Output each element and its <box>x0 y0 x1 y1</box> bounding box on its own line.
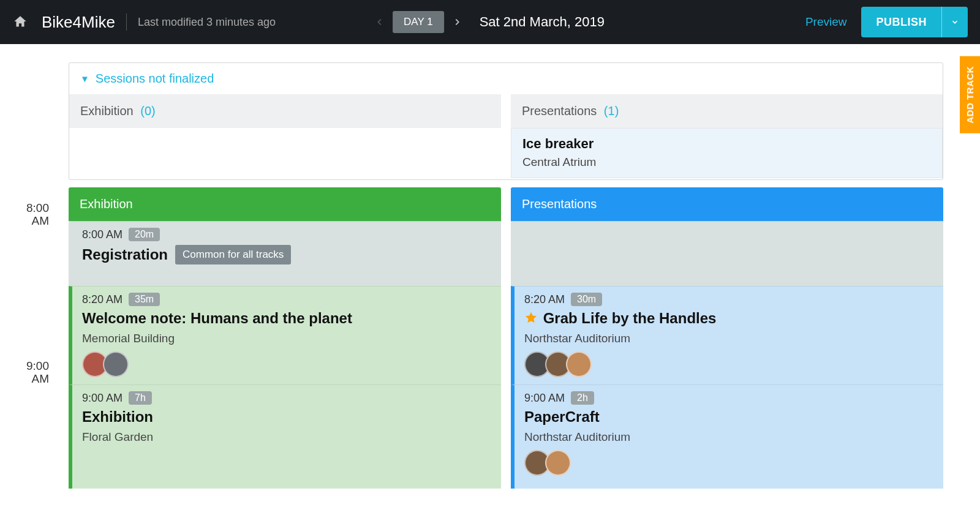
session-location: Northstar Auditorium <box>524 332 933 345</box>
session-time: 9:00 AM <box>82 392 123 405</box>
session-time: 8:20 AM <box>524 293 565 306</box>
track-header-exhibition[interactable]: Exhibition <box>69 187 501 221</box>
session-title-text: Grab Life by the Handles <box>543 310 717 326</box>
session-title: Grab Life by the Handles <box>524 310 716 327</box>
notfinalized-col-presentations: Presentations (1) Ice breaker Central At… <box>511 94 943 179</box>
session-grab-life[interactable]: 8:20 AM 30m Grab Life by the Handles Nor… <box>511 286 943 384</box>
speaker-avatars <box>524 351 933 377</box>
day-chip[interactable]: DAY 1 <box>393 11 444 33</box>
avatar[interactable] <box>545 450 571 476</box>
sessions-not-finalized-toggle[interactable]: ▼ Sessions not finalized <box>69 63 943 94</box>
publish-dropdown[interactable] <box>941 7 968 37</box>
publish-button[interactable]: PUBLISH <box>861 7 968 37</box>
col-name: Exhibition <box>80 104 134 118</box>
empty-drop-zone[interactable] <box>69 128 501 179</box>
session-title: Ice breaker <box>522 136 931 152</box>
preview-link[interactable]: Preview <box>805 15 847 29</box>
session-duration: 2h <box>571 391 594 405</box>
session-time: 8:20 AM <box>82 293 123 306</box>
sessions-not-finalized-label: Sessions not finalized <box>96 72 214 86</box>
session-location: Floral Garden <box>82 430 491 444</box>
session-registration[interactable]: 8:00 AM 20m Registration Common for all … <box>69 221 501 286</box>
session-duration: 20m <box>129 228 160 241</box>
notfinalized-col-exhibition: Exhibition (0) <box>69 94 501 179</box>
notfinalized-col-head: Presentations (1) <box>511 94 943 128</box>
event-title: Bike4Mike <box>42 13 115 32</box>
track-presentations: Presentations 8:20 AM 30m Grab Life by t… <box>511 187 943 489</box>
session-welcome-note[interactable]: 8:20 AM 35m Welcome note: Humans and the… <box>69 286 501 384</box>
col-count: (1) <box>604 104 619 118</box>
session-duration: 7h <box>129 391 152 405</box>
main: ▼ Sessions not finalized Exhibition (0) … <box>0 44 980 489</box>
session-title: Welcome note: Humans and the planet <box>82 310 352 327</box>
common-track-tag: Common for all tracks <box>175 245 291 264</box>
session-time: 8:00 AM <box>82 228 123 241</box>
star-icon <box>524 311 538 324</box>
track-exhibition: Exhibition 8:00 AM 20m Registration Comm… <box>69 187 501 489</box>
empty-slot[interactable] <box>511 221 943 286</box>
speaker-avatars <box>524 450 933 476</box>
time-label-9am: 9:00AM <box>26 360 49 386</box>
session-time: 9:00 AM <box>524 392 565 405</box>
session-location: Northstar Auditorium <box>524 430 933 444</box>
prev-day-button[interactable] <box>375 18 384 26</box>
last-modified: Last modified 3 minutes ago <box>138 16 276 29</box>
session-papercraft[interactable]: 9:00 AM 2h PaperCraft Northstar Auditori… <box>511 384 943 489</box>
track-header-presentations[interactable]: Presentations <box>511 187 943 221</box>
collapse-icon: ▼ <box>80 73 89 84</box>
session-title: PaperCraft <box>524 408 600 426</box>
session-duration: 30m <box>571 293 602 306</box>
avatar[interactable] <box>566 351 592 377</box>
unscheduled-session-card[interactable]: Ice breaker Central Atrium <box>511 128 943 178</box>
avatar[interactable] <box>103 351 129 377</box>
next-day-button[interactable] <box>453 18 461 26</box>
col-name: Presentations <box>522 104 597 118</box>
session-location: Central Atrium <box>522 156 931 169</box>
session-exhibition[interactable]: 9:00 AM 7h Exhibition Floral Garden <box>69 384 501 489</box>
time-gutter: 8:00AM 9:00AM <box>0 44 56 489</box>
tracks: Exhibition 8:00 AM 20m Registration Comm… <box>69 187 943 489</box>
session-duration: 35m <box>129 293 160 306</box>
time-label-8am: 8:00AM <box>26 202 49 228</box>
topbar: Bike4Mike Last modified 3 minutes ago DA… <box>0 0 980 44</box>
home-icon[interactable] <box>12 14 28 30</box>
col-count: (0) <box>140 104 155 118</box>
session-location: Memorial Building <box>82 332 491 345</box>
publish-label: PUBLISH <box>861 16 941 29</box>
notfinalized-col-head: Exhibition (0) <box>69 94 501 128</box>
session-title: Registration <box>82 246 168 263</box>
date-text: Sat 2nd March, 2019 <box>480 14 605 30</box>
sessions-not-finalized-panel: ▼ Sessions not finalized Exhibition (0) … <box>69 62 943 180</box>
day-nav: DAY 1 Sat 2nd March, 2019 <box>375 11 605 33</box>
divider <box>126 13 127 31</box>
session-title: Exhibition <box>82 408 153 426</box>
speaker-avatars <box>82 351 491 377</box>
